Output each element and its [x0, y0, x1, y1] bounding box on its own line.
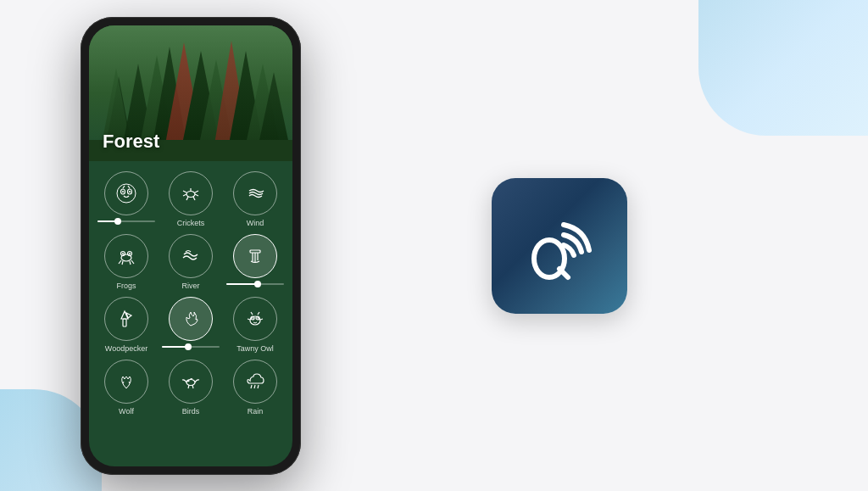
svg-rect-36 [123, 319, 126, 326]
svg-line-23 [183, 191, 186, 192]
wolf-label: Wolf [119, 407, 134, 416]
svg-point-19 [186, 192, 195, 198]
birds-label: Birds [182, 407, 200, 416]
waterfall-slider[interactable] [226, 283, 284, 285]
sound-circle-birds [169, 360, 213, 404]
sound-circle-waterfall [233, 234, 277, 278]
sound-circle-crickets [169, 171, 213, 215]
sound-item-woodpecker[interactable]: Woodpecker [97, 297, 155, 353]
svg-line-26 [193, 197, 195, 200]
svg-line-48 [251, 385, 252, 388]
sound-item-frogs[interactable]: Frogs [97, 234, 155, 290]
svg-point-17 [122, 191, 124, 192]
sound-item-birds[interactable]: Birds [162, 360, 220, 416]
sound-item-river[interactable]: River [162, 234, 220, 290]
sound-circle-wind [233, 171, 277, 215]
svg-point-18 [129, 191, 131, 192]
sound-circle-wolf [104, 360, 148, 404]
svg-line-46 [188, 385, 189, 388]
svg-line-49 [254, 385, 255, 388]
svg-line-50 [258, 385, 259, 388]
svg-point-31 [129, 253, 131, 254]
sound-circle-owl [104, 171, 148, 215]
sound-circle-frogs [104, 234, 148, 278]
svg-line-25 [186, 197, 188, 200]
wind-label: Wind [247, 219, 264, 227]
sound-circle-woodpecker [104, 297, 148, 341]
sound-item-rain[interactable]: Rain [226, 360, 284, 416]
sound-item-owl[interactable] [97, 171, 155, 227]
sound-circle-river [169, 234, 213, 278]
phone-mockup: Forest Crickets [81, 17, 301, 475]
svg-rect-32 [250, 250, 260, 253]
svg-point-45 [187, 380, 189, 381]
crickets-label: Crickets [177, 219, 205, 227]
sound-item-wolf[interactable]: Wolf [97, 360, 155, 416]
fire-slider[interactable] [162, 346, 220, 348]
forest-header: Forest [89, 25, 292, 161]
tawny-owl-label: Tawny Owl [236, 344, 274, 353]
frogs-label: Frogs [116, 282, 136, 290]
app-icon-container [492, 178, 627, 314]
forest-title: Forest [103, 131, 159, 153]
sound-grid: Crickets Wind Frogs [89, 161, 292, 426]
svg-point-42 [252, 317, 253, 319]
svg-point-14 [117, 184, 136, 203]
sound-item-fire[interactable] [162, 297, 220, 353]
river-label: River [181, 282, 199, 290]
svg-line-52 [559, 269, 568, 277]
svg-line-21 [183, 194, 186, 196]
app-icon[interactable] [492, 178, 627, 314]
woodpecker-label: Woodpecker [105, 344, 147, 353]
sound-item-tawny-owl[interactable]: Tawny Owl [226, 297, 284, 353]
rain-label: Rain [248, 407, 264, 416]
sound-item-crickets[interactable]: Crickets [162, 171, 220, 227]
sound-circle-tawny-owl [233, 297, 277, 341]
decorative-blob-top-right [698, 0, 868, 136]
svg-point-43 [257, 317, 259, 319]
svg-point-30 [122, 253, 124, 254]
svg-line-24 [195, 191, 198, 192]
sound-circle-rain [233, 360, 277, 404]
svg-line-22 [195, 194, 198, 196]
sound-item-wind[interactable]: Wind [226, 171, 284, 227]
sound-circle-fire [169, 297, 213, 341]
phone-frame: Forest Crickets [81, 17, 301, 475]
svg-line-47 [192, 385, 193, 388]
phone-screen: Forest Crickets [89, 25, 292, 466]
owl-slider[interactable] [97, 220, 155, 222]
sound-item-waterfall[interactable] [226, 234, 284, 290]
